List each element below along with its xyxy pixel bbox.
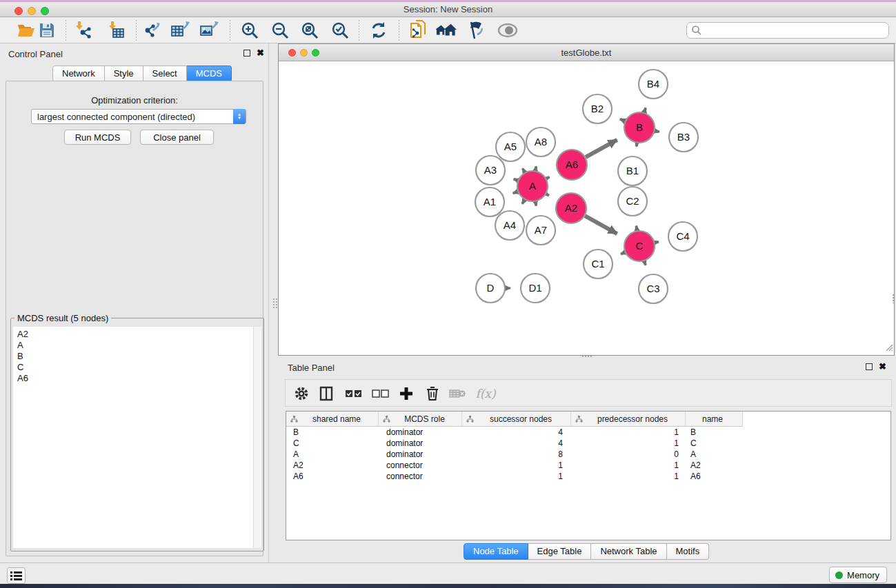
float-panel-icon[interactable] <box>866 363 873 370</box>
annotation-flag-icon[interactable] <box>466 20 486 41</box>
zoom-fit-icon[interactable] <box>299 20 320 41</box>
graph-edge-A-A3[interactable] <box>514 179 518 181</box>
settings-gear-icon[interactable] <box>292 384 311 403</box>
table-row[interactable]: A2connector11A2 <box>286 460 890 471</box>
graph-edge-A-A7[interactable] <box>535 202 536 206</box>
tab-motifs[interactable]: Motifs <box>667 543 710 560</box>
graph-edge-A-A5[interactable] <box>523 168 525 172</box>
fx-label: f(x) <box>475 387 495 401</box>
graph-edge-B-B2[interactable] <box>620 119 625 121</box>
new-network-from-selection-icon[interactable] <box>409 20 430 41</box>
tab-node-table[interactable]: Node Table <box>464 543 528 560</box>
refresh-icon[interactable] <box>368 20 389 41</box>
mcds-list-scrollbar[interactable] <box>253 327 261 548</box>
graph-edge-B-B4[interactable] <box>644 108 646 112</box>
tab-network-table[interactable]: Network Table <box>591 543 666 560</box>
open-file-icon[interactable] <box>16 20 37 41</box>
export-network-icon[interactable] <box>142 20 163 41</box>
graph-edge-C-C4[interactable] <box>655 242 658 243</box>
import-network-icon[interactable] <box>73 20 94 41</box>
close-panel-icon[interactable]: ✖ <box>257 50 264 57</box>
close-panel-icon[interactable]: ✖ <box>879 363 886 370</box>
graph-edge-A2-C[interactable] <box>585 216 617 234</box>
graph-edge-A-A4[interactable] <box>522 200 524 204</box>
minimize-network-window-button[interactable] <box>300 49 308 57</box>
column-header-successor-nodes[interactable]: successor nodes <box>462 412 571 427</box>
zoom-selected-icon[interactable] <box>330 20 350 41</box>
graph-edge-B-B1[interactable] <box>637 143 637 147</box>
mcds-result-item[interactable]: A2 <box>17 329 261 340</box>
mcds-result-item[interactable]: B <box>17 351 261 362</box>
column-header-shared-name[interactable]: shared name <box>286 412 379 427</box>
delete-row-icon[interactable] <box>423 384 442 403</box>
mcds-result-item[interactable]: C <box>17 362 261 373</box>
table-cell: A <box>286 449 379 460</box>
show-columns-icon[interactable] <box>317 384 336 403</box>
close-window-button[interactable] <box>14 7 23 15</box>
add-row-icon[interactable] <box>397 384 416 403</box>
deselect-all-icon[interactable] <box>371 384 390 403</box>
save-session-icon[interactable] <box>37 20 57 41</box>
graph-node-label-B: B <box>636 121 643 133</box>
mcds-result-item[interactable]: A6 <box>17 373 261 384</box>
graph-edge-A-A1[interactable] <box>513 192 518 193</box>
toolbar-separator <box>136 20 137 41</box>
tab-select[interactable]: Select <box>143 65 187 82</box>
mcds-result-list-box: A2ABCA6 <box>13 327 261 548</box>
column-header-predecessor-nodes[interactable]: predecessor nodes <box>571 412 686 427</box>
close-network-window-button[interactable] <box>288 49 296 57</box>
zoom-out-icon[interactable] <box>270 20 290 41</box>
tab-mcds[interactable]: MCDS <box>187 65 232 82</box>
table-cell: B <box>686 427 743 438</box>
export-image-icon[interactable] <box>199 20 220 41</box>
table-panel-title: Table Panel <box>288 363 335 373</box>
column-header-MCDS-role[interactable]: MCDS role <box>379 412 462 427</box>
toolbar-separator <box>399 20 399 41</box>
zoom-network-window-button[interactable] <box>312 49 319 57</box>
resize-grip-icon[interactable] <box>884 342 893 354</box>
search-box[interactable] <box>686 22 889 39</box>
network-window-titlebar[interactable]: testGlobe.txt <box>279 44 894 61</box>
graph-edge-C-C1[interactable] <box>621 252 625 254</box>
memory-button[interactable]: Memory <box>829 567 887 583</box>
network-canvas[interactable]: A5A8A3A6AA1A2A4A7B2B4BB3B1C2CC4C1C3DD1 <box>279 61 894 355</box>
criterion-select[interactable]: largest connected component (directed) ▲… <box>31 109 246 124</box>
task-history-button[interactable] <box>7 567 26 584</box>
home-icon[interactable] <box>436 20 457 41</box>
splitter-handle[interactable] <box>892 294 895 303</box>
column-header-name[interactable]: name <box>686 412 743 427</box>
graph-node-label-A4: A4 <box>504 219 516 231</box>
graph-edge-C-C3[interactable] <box>644 261 646 265</box>
select-all-icon[interactable] <box>344 384 364 403</box>
graph-edge-A-A2[interactable] <box>546 194 549 195</box>
graph-edge-B-B3[interactable] <box>655 131 659 132</box>
tab-edge-table[interactable]: Edge Table <box>528 543 592 560</box>
node-table[interactable]: shared nameMCDS rolesuccessor nodesprede… <box>286 411 891 540</box>
zoom-window-button[interactable] <box>41 7 49 15</box>
graph-edge-A6-B[interactable] <box>586 140 617 157</box>
run-mcds-button[interactable]: Run MCDS <box>64 130 131 145</box>
search-input[interactable] <box>702 24 888 37</box>
minimize-window-button[interactable] <box>28 7 36 15</box>
graph-edge-A-A6[interactable] <box>546 177 549 179</box>
float-panel-icon[interactable] <box>243 50 250 57</box>
table-row[interactable]: Adominator80A <box>286 449 890 460</box>
import-table-icon[interactable] <box>106 20 127 41</box>
table-row[interactable]: Cdominator41C <box>286 438 890 449</box>
graph-edge-A-A8[interactable] <box>535 166 536 170</box>
eye-icon[interactable] <box>497 20 518 41</box>
zoom-in-icon[interactable] <box>239 20 260 41</box>
graph-edge-C-C2[interactable] <box>636 226 637 231</box>
table-row[interactable]: Bdominator41B <box>286 427 890 438</box>
tab-network[interactable]: Network <box>52 65 105 82</box>
table-panel-tabs: Node TableEdge TableNetwork TableMotifs <box>464 543 709 560</box>
export-table-icon[interactable] <box>170 20 191 41</box>
control-panel-title: Control Panel <box>8 49 63 59</box>
tab-style[interactable]: Style <box>105 65 143 82</box>
main-toolbar <box>0 17 896 43</box>
close-panel-button[interactable]: Close panel <box>140 130 214 145</box>
mcds-result-item[interactable]: A <box>17 340 261 351</box>
splitter-handle[interactable] <box>272 298 278 309</box>
table-cell: dominator <box>379 427 462 438</box>
table-row[interactable]: A6connector11A6 <box>286 471 890 482</box>
